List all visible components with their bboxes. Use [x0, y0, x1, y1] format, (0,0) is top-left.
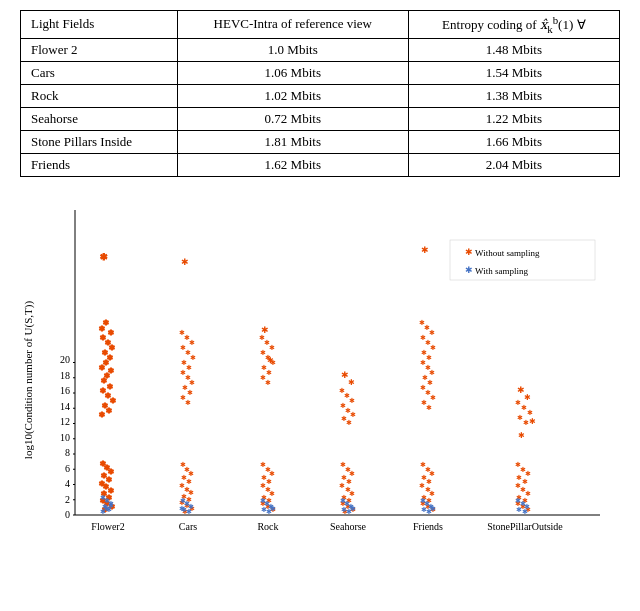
svg-text:✱: ✱	[348, 378, 355, 387]
table-cell: Cars	[21, 61, 178, 84]
svg-text:StonePillarOutside: StonePillarOutside	[487, 521, 563, 532]
legend-orange-star: ✱	[465, 247, 473, 257]
col-header-lightfields: Light Fields	[21, 11, 178, 39]
svg-text:✱: ✱	[349, 397, 355, 405]
legend-blue-star: ✱	[465, 265, 473, 275]
svg-text:✱: ✱	[179, 505, 185, 513]
legend-blue-label: With sampling	[475, 266, 528, 276]
svg-text:✱: ✱	[110, 397, 116, 405]
svg-text:✱: ✱	[186, 508, 192, 516]
table-cell: Seahorse	[21, 107, 178, 130]
svg-text:✱: ✱	[349, 470, 355, 478]
svg-text:✱: ✱	[522, 478, 528, 486]
flower2-orange: ✱ ✱ ✱ ✱ ✱ ✱ ✱ ✱ ✱ ✱ ✱ ✱ ✱ ✱ ✱ ✱ ✱ ✱ ✱ ✱	[99, 252, 116, 514]
x-labels: Flower2 Cars Rock Seahorse Friends Stone…	[91, 521, 563, 532]
svg-text:✱: ✱	[270, 505, 276, 513]
legend-orange-label: Without sampling	[475, 248, 540, 258]
svg-text:Friends: Friends	[413, 521, 443, 532]
cars-orange: ✱ ✱ ✱ ✱ ✱ ✱ ✱ ✱ ✱ ✱ ✱ ✱ ✱ ✱ ✱ ✱ ✱ ✱ ✱	[179, 257, 196, 516]
svg-text:✱: ✱	[265, 379, 271, 387]
svg-text:✱: ✱	[186, 478, 192, 486]
svg-text:Rock: Rock	[257, 521, 278, 532]
table-cell: 1.48 Mbits	[408, 38, 619, 61]
table-cell: Flower 2	[21, 38, 178, 61]
svg-text:✱: ✱	[426, 478, 432, 486]
svg-text:✱: ✱	[188, 470, 194, 478]
svg-text:8: 8	[65, 447, 70, 458]
svg-text:Seahorse: Seahorse	[330, 521, 367, 532]
svg-text:✱: ✱	[99, 411, 105, 419]
seahorse-orange: ✱ ✱ ✱ ✱ ✱ ✱ ✱ ✱ ✱ ✱ ✱ ✱ ✱ ✱ ✱ ✱ ✱ ✱	[339, 370, 356, 516]
svg-text:✱: ✱	[106, 407, 112, 415]
svg-text:12: 12	[60, 416, 70, 427]
svg-text:✱: ✱	[103, 319, 109, 327]
svg-text:✱: ✱	[187, 389, 193, 397]
svg-text:✱: ✱	[346, 478, 352, 486]
svg-text:✱: ✱	[522, 508, 528, 516]
svg-text:✱: ✱	[107, 383, 113, 391]
table-cell: 2.04 Mbits	[408, 153, 619, 176]
svg-text:✱: ✱	[430, 394, 436, 402]
svg-text:✱: ✱	[429, 470, 435, 478]
table-cell: 1.62 Mbits	[177, 153, 408, 176]
svg-text:✱: ✱	[266, 369, 272, 377]
svg-text:✱: ✱	[109, 344, 115, 352]
svg-text:✱: ✱	[527, 409, 533, 417]
svg-text:16: 16	[60, 385, 70, 396]
svg-text:✱: ✱	[108, 468, 114, 476]
table-cell: Stone Pillars Inside	[21, 130, 178, 153]
svg-text:6: 6	[65, 462, 70, 473]
table-cell: 0.72 Mbits	[177, 107, 408, 130]
table-cell: 1.38 Mbits	[408, 84, 619, 107]
svg-text:Cars: Cars	[179, 521, 197, 532]
svg-text:20: 20	[60, 354, 70, 365]
svg-text:✱: ✱	[186, 364, 192, 372]
svg-text:✱: ✱	[108, 502, 114, 510]
svg-text:✱: ✱	[529, 417, 536, 426]
svg-text:2: 2	[65, 493, 70, 504]
chart-container: log10(Condition number of U(S,T)) 0 2 4 …	[20, 195, 620, 565]
rock-orange: ✱ ✱ ✱ ✱ ✱ ✱ ✱ ✱ ✱ ✱ ✱ ✱ ✱ ✱ ✱ ✱ ✱ ✱	[259, 325, 276, 514]
data-table: Light Fields HEVC-Intra of reference vie…	[20, 10, 620, 177]
svg-text:✱: ✱	[350, 411, 356, 419]
svg-text:Flower2: Flower2	[91, 521, 124, 532]
table-cell: 1.66 Mbits	[408, 130, 619, 153]
svg-text:✱: ✱	[525, 470, 531, 478]
table-cell: 1.02 Mbits	[177, 84, 408, 107]
svg-text:✱: ✱	[181, 257, 189, 267]
svg-text:✱: ✱	[266, 478, 272, 486]
svg-text:✱: ✱	[429, 329, 435, 337]
table-cell: 1.81 Mbits	[177, 130, 408, 153]
svg-text:✱: ✱	[99, 364, 105, 372]
svg-text:✱: ✱	[189, 339, 195, 347]
svg-text:✱: ✱	[524, 393, 531, 402]
col-header-entropy: Entropy coding of x̂kb(1) ∀	[408, 11, 619, 39]
table-cell: 1.54 Mbits	[408, 61, 619, 84]
svg-text:✱: ✱	[346, 419, 352, 427]
table-cell: Rock	[21, 84, 178, 107]
svg-text:✱: ✱	[269, 470, 275, 478]
y-ticks: 0 2 4 6 8 10 12 14 16 18	[60, 354, 75, 520]
table-cell: 1.0 Mbits	[177, 38, 408, 61]
svg-text:✱: ✱	[269, 344, 275, 352]
table-cell: Friends	[21, 153, 178, 176]
svg-text:✱: ✱	[108, 329, 114, 337]
table-cell: 1.22 Mbits	[408, 107, 619, 130]
svg-text:✱: ✱	[189, 379, 195, 387]
svg-text:✱: ✱	[518, 431, 525, 440]
page-container: Light Fields HEVC-Intra of reference vie…	[0, 0, 640, 575]
svg-text:✱: ✱	[430, 344, 436, 352]
svg-text:✱: ✱	[185, 399, 191, 407]
svg-text:14: 14	[60, 400, 70, 411]
svg-text:✱: ✱	[426, 354, 432, 362]
svg-text:0: 0	[65, 509, 70, 520]
svg-text:✱: ✱	[100, 252, 108, 262]
svg-text:✱: ✱	[190, 354, 196, 362]
svg-text:✱: ✱	[427, 379, 433, 387]
svg-text:✱: ✱	[350, 505, 356, 513]
svg-text:4: 4	[65, 478, 70, 489]
table-cell: 1.06 Mbits	[177, 61, 408, 84]
friends-orange: ✱ ✱ ✱ ✱ ✱ ✱ ✱ ✱ ✱ ✱ ✱ ✱ ✱ ✱ ✱ ✱ ✱ ✱ ✱	[419, 245, 436, 514]
col-header-hevc: HEVC-Intra of reference view	[177, 11, 408, 39]
svg-text:18: 18	[60, 369, 70, 380]
